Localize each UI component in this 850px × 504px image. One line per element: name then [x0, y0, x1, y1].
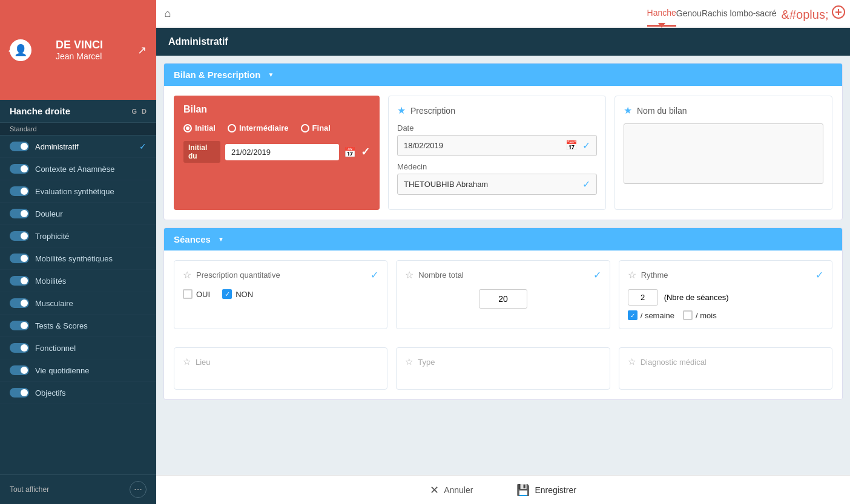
nom-bilan-title: Nom du bilan	[637, 106, 687, 116]
nombre-total-box: ☆ Nombre total ✓	[396, 260, 610, 329]
back-icon[interactable]: ←	[6, 43, 18, 57]
seances-section: Séances ▼ ☆ Prescription quantitative ✓	[163, 227, 843, 400]
show-all-button[interactable]: Tout afficher	[10, 485, 49, 494]
standard-label: Standard	[0, 123, 156, 136]
radio-intermediaire-label: Intermédiaire	[239, 123, 289, 133]
bilan-title: Bilan	[183, 104, 370, 115]
add-section-button[interactable]: &#oplus;	[782, 5, 845, 22]
sidebar-item-objectifs[interactable]: Objectifs	[0, 382, 156, 404]
sidebar-item-tests-scores[interactable]: Tests & Scores	[0, 315, 156, 337]
bilan-prescription-title: Bilan & Prescription	[174, 70, 260, 80]
rythme-options: ✓ / semaine / mois	[628, 310, 823, 320]
sidebar-item-administratif[interactable]: Administratif ✓	[0, 136, 156, 158]
checkbox-oui[interactable]: OUI	[183, 289, 210, 299]
sidebar-nav: Administratif ✓ Contexte et Anamnèse Eva…	[0, 136, 156, 474]
page-area: Administratif Bilan & Prescription ▼ Bil…	[156, 28, 850, 504]
toggle-evaluation[interactable]	[10, 186, 29, 196]
non-label: NON	[236, 290, 253, 299]
calendar-icon-prescription[interactable]: 📅	[565, 140, 578, 151]
nbre-seances-label: (Nbre de séances)	[664, 293, 729, 302]
diagnostic-card: ☆ Diagnostic médical	[619, 347, 832, 390]
toggle-tests-scores[interactable]	[10, 321, 29, 330]
sidebar-item-douleur[interactable]: Douleur	[0, 203, 156, 225]
sidebar-item-label-evaluation: Evaluation synthétique	[35, 187, 147, 196]
sidebar-item-contexte[interactable]: Contexte et Anamnèse	[0, 158, 156, 180]
lieu-card: ☆ Lieu	[174, 347, 387, 390]
toggle-vie-quotidienne[interactable]	[10, 365, 29, 375]
sidebar-item-label-mobilites-synth: Mobilités synthétiques	[35, 254, 147, 263]
nombre-total-input[interactable]	[479, 289, 527, 309]
toggle-objectifs[interactable]	[10, 388, 29, 398]
nom-bilan-box: ★ Nom du bilan	[614, 96, 832, 210]
toggle-mobilites-synth[interactable]	[10, 254, 29, 263]
toggle-fonctionnel[interactable]	[10, 343, 29, 353]
bilan-date-row: Initial du 📅 ✓	[183, 141, 370, 163]
plus-circle-icon	[832, 5, 845, 19]
cancel-button[interactable]: ✕ Annuler	[420, 479, 483, 502]
toggle-douleur[interactable]	[10, 209, 29, 218]
seances-title: Séances	[174, 234, 211, 244]
radio-final-label: Final	[312, 123, 331, 133]
sidebar-item-label-vie-quotidienne: Vie quotidienne	[35, 366, 147, 375]
seances-arrow: ▼	[218, 236, 224, 243]
rythme-semaine[interactable]: ✓ / semaine	[628, 310, 674, 320]
checkbox-mois[interactable]	[683, 310, 693, 320]
nombre-total-header: ☆ Nombre total ✓	[405, 269, 601, 281]
sidebar-item-evaluation[interactable]: Evaluation synthétique	[0, 180, 156, 203]
nav-item-rachis[interactable]: Rachis lombo-sacré	[702, 1, 777, 25]
check-prescription-medecin[interactable]: ✓	[582, 178, 590, 190]
sidebar-item-musculaire[interactable]: Musculaire	[0, 292, 156, 315]
rythme-mois[interactable]: / mois	[683, 310, 717, 320]
bilan-radio-group: Initial Intermédiaire Final	[183, 123, 370, 133]
home-icon[interactable]: ⌂	[165, 7, 171, 20]
prescription-medecin-label: Médecin	[397, 162, 597, 171]
home-icon-area: ⌂	[156, 7, 174, 20]
sidebar-section-title: Hanche droite G D	[0, 100, 156, 123]
sidebar-item-mobilites[interactable]: Mobilités	[0, 270, 156, 292]
toggle-contexte[interactable]	[10, 164, 29, 174]
radio-intermediaire[interactable]: Intermédiaire	[228, 123, 289, 133]
rythme-num-input[interactable]	[628, 289, 658, 306]
sidebar-item-mobilites-synth[interactable]: Mobilités synthétiques	[0, 247, 156, 270]
nom-bilan-star: ★	[624, 105, 632, 116]
nav-item-genou[interactable]: Genou	[676, 1, 702, 25]
lieu-title: Lieu	[196, 358, 211, 367]
check-prescription-date[interactable]: ✓	[582, 140, 590, 151]
sidebar-bottom: Tout afficher ⋯	[0, 474, 156, 504]
checkbox-non-box[interactable]: ✓	[222, 289, 232, 299]
toggle-administratif[interactable]	[10, 142, 29, 151]
more-options-button[interactable]: ⋯	[130, 481, 147, 498]
check-bilan[interactable]: ✓	[361, 145, 370, 159]
nom-bilan-textarea[interactable]	[624, 123, 823, 184]
pq-checkbox-group: OUI ✓ NON	[183, 289, 378, 299]
toggle-mobilites[interactable]	[10, 276, 29, 286]
radio-final[interactable]: Final	[301, 123, 331, 133]
prescription-medecin-group: Médecin THETOUBHIB Abraham ✓	[397, 162, 597, 195]
prescription-quantitative-header: ☆ Prescription quantitative ✓	[183, 269, 378, 281]
check-rythme[interactable]: ✓	[815, 269, 823, 281]
save-button[interactable]: 💾 Enregistrer	[507, 479, 585, 502]
sidebar-item-trophicite[interactable]: Trophicité	[0, 225, 156, 247]
patient-first-name: Jean Marcel	[56, 51, 103, 61]
prescription-quantitative-title-group: ☆ Prescription quantitative	[183, 269, 280, 281]
calendar-icon-bilan[interactable]: 📅	[344, 146, 356, 158]
checkbox-semaine[interactable]: ✓	[628, 310, 638, 320]
patient-last-name: DE VINCI	[56, 39, 103, 51]
check-pq[interactable]: ✓	[371, 269, 378, 281]
toggle-musculaire[interactable]	[10, 298, 29, 308]
sidebar-item-vie-quotidienne[interactable]: Vie quotidienne	[0, 359, 156, 382]
bilan-date-input[interactable]	[225, 144, 339, 160]
check-nt[interactable]: ✓	[593, 269, 601, 281]
toggle-trophicite[interactable]	[10, 231, 29, 241]
checkbox-non[interactable]: ✓ NON	[222, 289, 253, 299]
pq-star: ☆	[183, 269, 191, 281]
rythme-star: ☆	[628, 269, 636, 281]
nav-item-hanche[interactable]: Hanche	[647, 1, 676, 27]
radio-initial[interactable]: Initial	[183, 123, 216, 133]
sidebar-item-label-fonctionnel: Fonctionnel	[35, 344, 147, 353]
d-label: D	[142, 108, 147, 115]
footer-bar: ✕ Annuler 💾 Enregistrer	[156, 475, 850, 504]
bilan-prescription-section: Bilan & Prescription ▼ Bilan Initial Int…	[163, 63, 843, 220]
sidebar-item-fonctionnel[interactable]: Fonctionnel	[0, 337, 156, 359]
checkbox-oui-box[interactable]	[183, 289, 193, 299]
